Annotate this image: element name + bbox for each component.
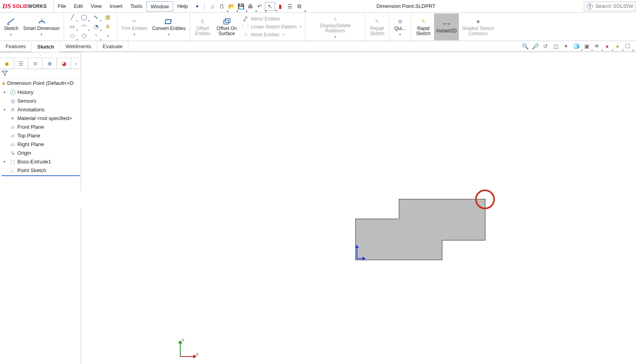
convert-button[interactable]: Convert Entities ▾ bbox=[150, 13, 188, 40]
app-logo[interactable]: DS SOLIDWORKS bbox=[0, 0, 54, 13]
circle-tool-icon[interactable]: ◯▾ bbox=[79, 13, 89, 21]
zoom-area-icon[interactable]: 🔎 bbox=[531, 42, 540, 50]
shaded-contours-button[interactable]: ◆ Shaded Sketch Contours bbox=[459, 13, 497, 40]
tree-node-sensors[interactable]: ◎Sensors bbox=[2, 96, 80, 105]
rollback-bar[interactable] bbox=[2, 175, 80, 176]
undo-icon[interactable]: ↶▾ bbox=[255, 2, 264, 11]
mirror-button[interactable]: ▞Mirror Entities bbox=[242, 16, 301, 22]
point-tool-icon[interactable]: • bbox=[103, 32, 113, 40]
offset-label: Offset Entities bbox=[194, 26, 211, 36]
instant2d-icon: ⟷ bbox=[443, 20, 451, 28]
section-view-icon[interactable]: ◫ bbox=[551, 42, 560, 50]
trim-button[interactable]: ✂ Trim Entities ▾ bbox=[119, 13, 150, 40]
tab-weldments[interactable]: Weldments bbox=[60, 41, 97, 51]
history-icon: 🕘 bbox=[9, 89, 16, 95]
hide-show-icon[interactable]: 👁▾ bbox=[593, 42, 601, 50]
model-edge[interactable] bbox=[442, 240, 442, 260]
panel-tab-display[interactable]: ◕ bbox=[57, 58, 71, 69]
display-relations-button[interactable]: ⊥ Display/Delete Relations ▾ bbox=[307, 13, 363, 40]
offset-surface-button[interactable]: Offset On Surface bbox=[214, 13, 240, 40]
tree-node-top-plane[interactable]: ▱Top Plane bbox=[2, 131, 80, 140]
slot-tool-icon[interactable]: ⬭▾ bbox=[67, 32, 77, 40]
vertex-marker-icon[interactable]: ✳ bbox=[483, 197, 487, 202]
graphics-area[interactable]: ✳ Y X bbox=[81, 52, 636, 364]
panel-tab-property[interactable]: ☰ bbox=[14, 58, 28, 69]
menu-help[interactable]: Help bbox=[173, 1, 192, 11]
panel-drag-handle[interactable]: ∘ bbox=[0, 53, 81, 58]
tree-node-boss-extrude[interactable]: ▸⬚Boss-Extrude1 bbox=[2, 157, 80, 166]
tree-filter[interactable] bbox=[0, 69, 81, 79]
dynamic-ann-icon[interactable]: ✦ bbox=[562, 42, 570, 50]
ellipse-tool-icon[interactable]: ◔▾ bbox=[91, 23, 101, 30]
linear-pattern-button[interactable]: ⋮⋮Linear Sketch Pattern▾ bbox=[242, 24, 301, 30]
fillet-tool-icon[interactable]: ◝▾ bbox=[91, 32, 101, 40]
model-edge[interactable] bbox=[399, 199, 399, 219]
smart-dimension-button[interactable]: Smart Dimension ▾ bbox=[21, 13, 62, 40]
tab-sketch[interactable]: Sketch bbox=[32, 41, 60, 52]
grid-tool-icon[interactable]: ▦ bbox=[103, 13, 113, 21]
menu-insert[interactable]: Insert bbox=[106, 1, 126, 11]
new-doc-icon[interactable]: 🗋▾ bbox=[217, 2, 226, 11]
menu-file[interactable]: File bbox=[54, 1, 70, 11]
rapid-sketch-button[interactable]: ✎ Rapid Sketch bbox=[413, 13, 434, 40]
quick-snaps-button[interactable]: ◎ Qui... ▾ bbox=[391, 13, 409, 40]
rebuild-icon[interactable]: ▮ bbox=[276, 2, 285, 11]
model-edge[interactable] bbox=[442, 240, 485, 240]
orientation-triad[interactable]: Y X bbox=[176, 337, 200, 361]
menu-view[interactable]: View bbox=[87, 1, 106, 11]
sketch-button[interactable]: Sketch ▾ bbox=[2, 13, 21, 40]
display-relations-label: Display/Delete Relations bbox=[310, 23, 361, 34]
tree-root[interactable]: ◈ Dimension Point (Default<<D bbox=[0, 79, 81, 88]
tab-features[interactable]: Features bbox=[0, 41, 32, 51]
model-face[interactable] bbox=[355, 219, 442, 260]
line-tool-icon[interactable]: ╱▾ bbox=[67, 13, 77, 21]
view-orient-icon[interactable]: 🧊▾ bbox=[572, 42, 581, 50]
offset-button[interactable]: ⎘ Offset Entities bbox=[192, 13, 214, 40]
model-edge[interactable] bbox=[355, 219, 399, 219]
search-box[interactable]: ? Search SOLIDW bbox=[584, 2, 636, 11]
tab-evaluate[interactable]: Evaluate bbox=[97, 41, 129, 51]
view-settings-icon[interactable]: 🖵▾ bbox=[623, 42, 632, 50]
move-button[interactable]: ↗Move Entities▾ bbox=[242, 32, 301, 38]
menubar: File Edit View Insert Tools Window Help … bbox=[54, 0, 203, 12]
ribbon-group-draw: ╱▾ ◯▾ ∿▾ ▦ ▭▾ ◠▾ ◔▾ A ⬭▾ ⬡ ◝▾ • bbox=[64, 13, 117, 41]
repair-button[interactable]: ✎ Repair Sketch bbox=[367, 13, 387, 40]
save-icon[interactable]: 💾▾ bbox=[236, 2, 245, 11]
open-icon[interactable]: 📂▾ bbox=[227, 2, 236, 11]
tree-node-history[interactable]: ▸🕘History bbox=[2, 88, 80, 96]
options-list-icon[interactable]: ☰ bbox=[285, 2, 294, 11]
pattern-list: ▞Mirror Entities ⋮⋮Linear Sketch Pattern… bbox=[240, 16, 304, 38]
spline-tool-icon[interactable]: ∿▾ bbox=[91, 13, 101, 21]
tree-node-origin[interactable]: ↳Origin bbox=[2, 148, 80, 157]
zoom-fit-icon[interactable]: 🔍 bbox=[521, 42, 529, 50]
convert-label: Convert Entities bbox=[152, 26, 186, 31]
panel-tab-feature-tree[interactable]: ◆ bbox=[0, 58, 14, 69]
tree-node-front-plane[interactable]: ▱Front Plane bbox=[2, 122, 80, 131]
polygon-tool-icon[interactable]: ⬡ bbox=[79, 32, 89, 40]
panel-tab-more[interactable]: › bbox=[71, 58, 81, 69]
tree-node-material[interactable]: ≡Material <not specified> bbox=[2, 114, 80, 122]
print-icon[interactable]: 🖶▾ bbox=[246, 2, 255, 11]
rect-tool-icon[interactable]: ▭▾ bbox=[67, 23, 77, 30]
select-icon[interactable]: ↖▾ bbox=[265, 2, 275, 11]
menu-tools[interactable]: Tools bbox=[126, 1, 146, 11]
panel-tab-dimxpert[interactable]: ⊕ bbox=[43, 58, 57, 69]
panel-tab-config[interactable]: ⧈ bbox=[28, 58, 43, 69]
menu-window[interactable]: Window bbox=[146, 1, 173, 11]
tree-node-annotations[interactable]: ▸AAnnotations bbox=[2, 105, 80, 114]
display-style-icon[interactable]: ▣▾ bbox=[582, 42, 591, 50]
tree-node-point-sketch[interactable]: ∟Point Sketch bbox=[2, 166, 80, 174]
text-tool-icon[interactable]: A bbox=[103, 23, 113, 30]
previous-view-icon[interactable]: ↺ bbox=[541, 42, 550, 50]
pin-icon[interactable]: ✦ bbox=[192, 3, 203, 9]
home-icon[interactable]: ⌂ bbox=[208, 2, 217, 11]
scene-icon[interactable]: ●▾ bbox=[613, 42, 622, 50]
settings-icon[interactable]: ⚙▾ bbox=[295, 2, 304, 11]
tree-node-right-plane[interactable]: ▱Right Plane bbox=[2, 140, 80, 148]
arc-tool-icon[interactable]: ◠▾ bbox=[79, 23, 89, 30]
annotation-icon: A bbox=[9, 106, 16, 113]
origin-y-axis bbox=[357, 246, 357, 258]
appearance-icon[interactable]: ●▾ bbox=[603, 42, 611, 50]
menu-edit[interactable]: Edit bbox=[70, 1, 87, 11]
instant2d-button[interactable]: ⟷ Instant2D bbox=[434, 13, 459, 40]
